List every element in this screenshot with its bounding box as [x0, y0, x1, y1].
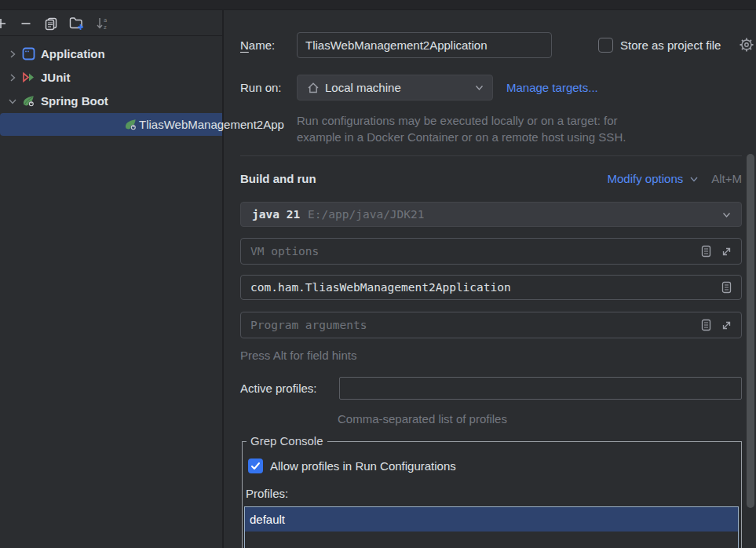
name-input[interactable] [297, 32, 552, 58]
tree-item-tliaswebmanagement2app-selected[interactable]: TliasWebManagement2App [0, 113, 222, 136]
chevron-down-icon [474, 82, 484, 93]
profiles-list-item-default[interactable]: default [245, 507, 738, 532]
svg-text:z: z [104, 24, 107, 31]
store-as-project-file-checkbox[interactable] [598, 38, 613, 53]
main-class-input[interactable] [241, 281, 713, 294]
junit-icon [22, 71, 35, 84]
expand-editor-icon[interactable] [719, 318, 733, 332]
jdk-select[interactable]: java 21 E:/app/java/JDK21 [240, 202, 742, 227]
add-configuration-icon[interactable] [0, 16, 8, 31]
active-profiles-hint: Comma-separated list of profiles [338, 412, 507, 426]
active-profiles-label: Active profiles: [240, 382, 317, 395]
store-settings-gear-icon[interactable] [739, 37, 754, 55]
store-as-project-file-label: Store as project file [620, 38, 721, 52]
active-profiles-input[interactable] [339, 377, 742, 400]
sidebar-toolbar: a z [0, 10, 222, 36]
run-on-hint-line2: example in a Docker Container or on a re… [297, 130, 626, 144]
section-separator [240, 155, 742, 156]
main-class-field [240, 275, 742, 300]
spring-boot-icon [124, 118, 137, 131]
run-on-value: Local machine [325, 81, 474, 94]
run-on-label: Run on: [240, 81, 282, 94]
grep-console-title: Grep Console [247, 434, 327, 448]
profiles-label: Profiles: [246, 487, 288, 500]
program-arguments-input[interactable] [241, 319, 692, 331]
chevron-down-icon[interactable] [8, 97, 17, 106]
chevron-right-icon[interactable] [8, 49, 17, 59]
program-arguments-field [240, 312, 742, 338]
chevron-down-icon [721, 210, 732, 220]
checkmark-icon [250, 461, 261, 471]
tree-item-junit[interactable]: JUnit [0, 66, 222, 89]
tree-item-label: Spring Boot [41, 94, 108, 108]
tree-item-label: JUnit [41, 71, 71, 84]
home-icon [307, 82, 320, 94]
profiles-list: default [244, 506, 739, 548]
chevron-right-icon[interactable] [8, 73, 17, 82]
allow-profiles-label: Allow profiles in Run Configurations [270, 459, 456, 473]
remove-configuration-icon[interactable] [19, 16, 33, 31]
chevron-down-icon[interactable] [689, 174, 699, 184]
vertical-scrollbar-thumb[interactable] [747, 154, 754, 508]
profile-item-label: default [250, 513, 285, 526]
expand-list-icon[interactable] [719, 280, 733, 294]
allow-profiles-checkbox[interactable] [248, 458, 263, 473]
expand-list-icon[interactable] [699, 244, 713, 258]
tree-item-label: Application [41, 47, 105, 60]
expand-editor-icon[interactable] [719, 244, 733, 258]
svg-text:a: a [104, 17, 107, 24]
tree-item-label: TliasWebManagement2App [139, 118, 284, 131]
run-debug-configurations-dialog: a z Application JUnit [0, 0, 756, 548]
run-on-select[interactable]: Local machine [297, 75, 493, 100]
sort-alphabetically-icon[interactable]: a z [96, 16, 110, 31]
jdk-name: java 21 [252, 208, 300, 221]
tree-item-spring-boot[interactable]: Spring Boot [0, 90, 222, 112]
new-folder-icon[interactable] [69, 16, 83, 31]
vm-options-input[interactable] [241, 245, 692, 258]
modify-options-link[interactable]: Modify options [608, 172, 684, 185]
window-top-strip [0, 0, 756, 10]
copy-configuration-icon[interactable] [44, 16, 58, 31]
spring-boot-icon [22, 94, 35, 108]
expand-list-icon[interactable] [699, 318, 713, 332]
field-hints-text: Press Alt for field hints [240, 349, 356, 362]
configurations-sidebar: a z Application JUnit [0, 10, 224, 548]
name-label: Name: [240, 38, 275, 52]
manage-targets-link[interactable]: Manage targets... [506, 81, 598, 94]
vm-options-field [240, 238, 742, 265]
tree-item-application[interactable]: Application [0, 42, 222, 65]
modify-options-shortcut: Alt+M [711, 172, 742, 185]
jdk-path: E:/app/java/JDK21 [308, 208, 721, 221]
modify-options-row: Modify options Alt+M [240, 172, 742, 185]
application-icon [22, 47, 35, 60]
run-on-hint-line1: Run configurations may be executed local… [297, 114, 618, 127]
